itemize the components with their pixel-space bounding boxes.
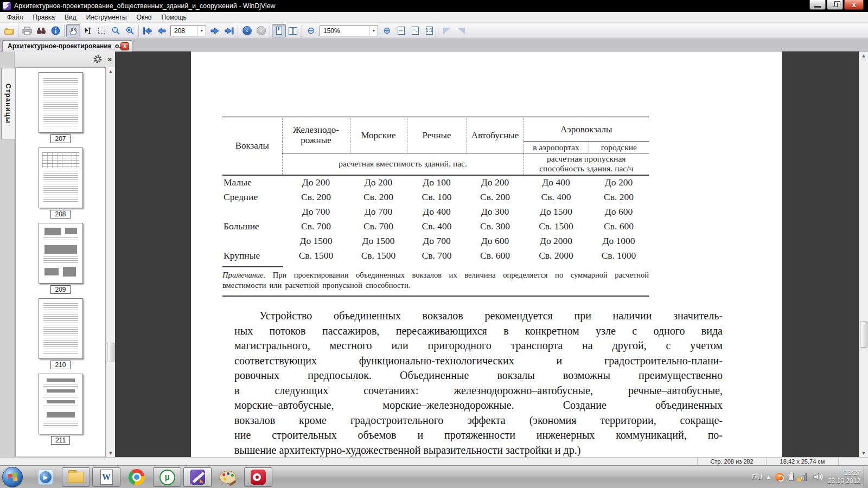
rotate-left-icon bbox=[443, 28, 451, 34]
prev-page-button[interactable] bbox=[155, 24, 169, 37]
zoom-dropdown-icon[interactable]: ▼ bbox=[369, 26, 378, 36]
close-button[interactable]: x bbox=[844, 0, 864, 10]
sidebar-tab-label: Страницы bbox=[4, 84, 12, 124]
paragraph-line: соответствующих функционально-технологич… bbox=[234, 354, 723, 369]
open-button[interactable] bbox=[2, 24, 16, 37]
sidebar-tab-pages[interactable]: Страницы bbox=[1, 68, 15, 139]
stations-table: Вокзалы Железнодо- рожные Морские Речные… bbox=[222, 117, 649, 263]
thumbnail-page-number: 208 bbox=[50, 210, 70, 219]
fit-page-icon: ⤡ bbox=[412, 27, 419, 35]
minimize-button[interactable] bbox=[809, 0, 826, 10]
taskbar-finereader[interactable] bbox=[244, 467, 272, 487]
next-page-button[interactable] bbox=[208, 24, 222, 37]
cell: Св. 400 bbox=[407, 219, 467, 234]
taskbar-chrome[interactable] bbox=[123, 467, 151, 487]
status-spacer bbox=[838, 458, 868, 465]
pages-sidebar: Страницы × 207 208 bbox=[0, 52, 115, 457]
cell: Св. 100 bbox=[407, 190, 467, 204]
scroll-down-icon[interactable]: ▼ bbox=[859, 449, 868, 457]
zoom-in-button[interactable]: ⊕ bbox=[380, 24, 394, 37]
page-number-combo[interactable]: 208 ▼ bbox=[170, 25, 206, 36]
search-button[interactable] bbox=[34, 24, 48, 37]
menu-help[interactable]: Помощь bbox=[157, 12, 192, 22]
menu-view[interactable]: Вид bbox=[60, 12, 81, 22]
taskbar-windjview-active[interactable] bbox=[183, 467, 212, 487]
throughput-span-header: расчетная пропускная способность здания.… bbox=[524, 153, 649, 175]
forward-button[interactable]: › bbox=[254, 24, 268, 37]
print-button[interactable] bbox=[20, 24, 34, 37]
taskbar-media-player[interactable]: ▶ bbox=[31, 467, 60, 487]
windjview-window: Архитектурное-проектирование_общественны… bbox=[0, 0, 868, 488]
battery-icon[interactable] bbox=[789, 473, 794, 481]
thumbnail-211[interactable] bbox=[39, 374, 83, 434]
note-rule bbox=[222, 266, 283, 267]
taskbar-explorer[interactable] bbox=[62, 467, 90, 487]
cell: До 400 bbox=[524, 175, 589, 190]
main-scrollbar[interactable]: ▲ ▼ bbox=[859, 52, 868, 457]
rect-select-tool-button[interactable] bbox=[94, 24, 108, 37]
scroll-down-icon[interactable]: ▼ bbox=[106, 449, 115, 457]
close-icon: x bbox=[852, 1, 856, 8]
magnify-tool-button[interactable] bbox=[108, 24, 123, 37]
start-button[interactable] bbox=[2, 467, 23, 487]
page-dropdown-icon[interactable]: ▼ bbox=[197, 26, 206, 36]
thumbnail-209[interactable] bbox=[39, 223, 83, 284]
zoom-out-button[interactable]: ⊖ bbox=[304, 24, 318, 37]
cell: До 200 bbox=[350, 175, 407, 190]
rotate-left-button[interactable] bbox=[440, 24, 454, 37]
taskbar-paint[interactable] bbox=[214, 467, 242, 487]
back-button[interactable]: ‹ bbox=[240, 24, 254, 37]
show-desktop-button[interactable] bbox=[864, 466, 868, 488]
menu-tools[interactable]: Инструменты bbox=[81, 12, 132, 22]
page-number-value[interactable]: 208 bbox=[171, 27, 197, 35]
last-page-button[interactable] bbox=[222, 24, 236, 37]
sidebar-close-icon[interactable]: × bbox=[107, 56, 112, 63]
paragraph-line: ние строительных объемов и протяженности… bbox=[234, 428, 723, 443]
main-scroll-thumb[interactable] bbox=[860, 322, 867, 348]
network-icon[interactable] bbox=[799, 473, 808, 481]
restore-button[interactable] bbox=[827, 0, 843, 10]
volume-icon[interactable] bbox=[813, 473, 823, 481]
actual-size-button[interactable]: 1:1 bbox=[422, 24, 436, 37]
zoom-combo[interactable]: 150% ▼ bbox=[320, 25, 378, 36]
sidebar-scrollbar[interactable]: ▲ ▼ bbox=[106, 67, 115, 457]
scroll-up-icon[interactable]: ▲ bbox=[859, 52, 868, 60]
taskbar-word[interactable]: W bbox=[92, 467, 120, 487]
row-label bbox=[222, 204, 282, 219]
scroll-up-icon[interactable]: ▲ bbox=[106, 67, 115, 75]
tab-close-button[interactable]: x bbox=[120, 42, 129, 50]
document-tab-label: Архитектурное-проектирование_о... bbox=[8, 42, 120, 50]
language-indicator[interactable]: RU bbox=[752, 473, 762, 481]
tray-expand-icon[interactable]: ▲ bbox=[767, 474, 770, 479]
thumbnail-207[interactable] bbox=[39, 72, 83, 133]
first-page-button[interactable] bbox=[141, 24, 155, 37]
menu-edit[interactable]: Правка bbox=[28, 12, 60, 22]
single-page-icon bbox=[276, 27, 282, 35]
rotate-right-button[interactable] bbox=[454, 24, 468, 37]
facing-pages-layout-button[interactable] bbox=[286, 24, 300, 37]
sidebar-scroll-thumb[interactable] bbox=[107, 343, 114, 362]
thumbnail-210[interactable] bbox=[39, 298, 83, 359]
hand-tool-button[interactable] bbox=[66, 24, 80, 37]
info-button[interactable] bbox=[48, 24, 62, 37]
document-tab[interactable]: Архитектурное-проектирование_о... x bbox=[2, 40, 132, 52]
binoculars-icon bbox=[36, 27, 46, 35]
magnify-window-tool-button[interactable] bbox=[123, 24, 137, 37]
download-manager-tray-icon[interactable] bbox=[775, 473, 784, 481]
prev-page-icon bbox=[157, 27, 167, 35]
clock[interactable]: 13:27 23.10.2012 bbox=[828, 469, 860, 485]
row-label: Средние bbox=[222, 190, 282, 204]
zoom-value[interactable]: 150% bbox=[320, 27, 369, 35]
text-select-tool-button[interactable] bbox=[80, 24, 94, 37]
cell: Св. 700 bbox=[407, 248, 467, 263]
open-folder-icon bbox=[4, 27, 14, 35]
paragraph-line: вокзалов кроме градостроительного эффект… bbox=[234, 413, 723, 428]
menu-file[interactable]: Файл bbox=[2, 12, 28, 22]
fit-width-button[interactable]: ↔ bbox=[394, 24, 408, 37]
taskbar-utorrent[interactable]: µ bbox=[153, 467, 181, 487]
thumbnail-208[interactable] bbox=[39, 147, 83, 208]
single-page-layout-button[interactable] bbox=[272, 24, 286, 37]
gear-icon[interactable] bbox=[93, 55, 102, 63]
menu-window[interactable]: Окно bbox=[132, 12, 157, 22]
fit-page-button[interactable]: ⤡ bbox=[408, 24, 422, 37]
